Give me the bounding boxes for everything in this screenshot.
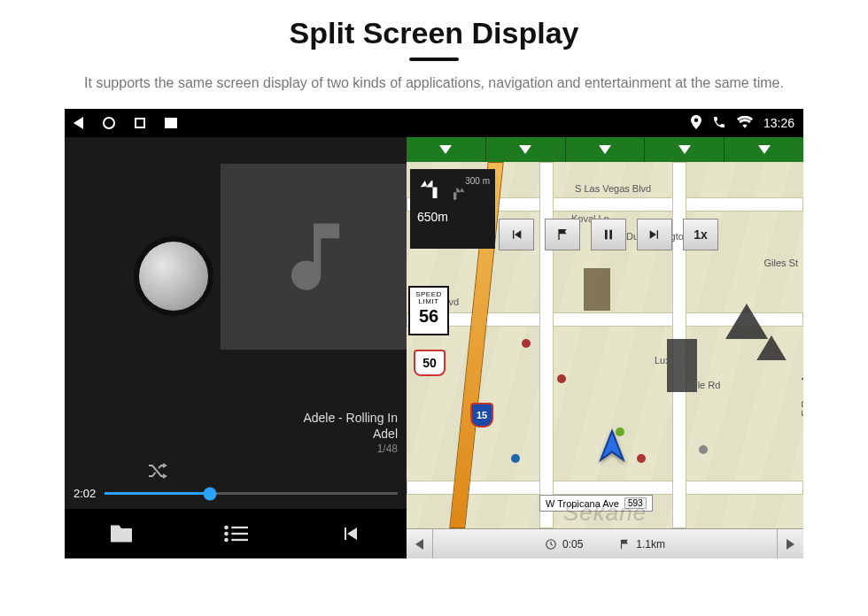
music-note-icon (269, 212, 358, 301)
shuffle-icon[interactable] (144, 460, 169, 481)
turn-left-icon (417, 174, 444, 204)
title-underline (409, 58, 459, 61)
lane-3 (566, 137, 646, 162)
address-chip[interactable]: W Tropicana Ave 593 (539, 495, 653, 512)
prev-icon (338, 523, 361, 544)
interstate-shield-15: 15 (470, 403, 493, 427)
arrow-down-icon (519, 145, 531, 154)
map-pause-button[interactable] (591, 219, 626, 250)
svg-rect-7 (609, 230, 612, 240)
map-flag-button[interactable] (545, 219, 580, 250)
bb-elapsed: 0:05 (562, 538, 583, 551)
svg-rect-3 (231, 533, 248, 535)
folder-button[interactable] (65, 509, 179, 558)
elapsed-time: 2:02 (74, 487, 96, 500)
route-shield-50: 50 (414, 350, 446, 376)
lane-2 (486, 137, 566, 162)
svg-point-0 (224, 526, 229, 530)
map-prev-button[interactable] (499, 219, 534, 250)
street-luxor: Luxor Dr (655, 355, 692, 366)
bb-distance: 1.1km (636, 538, 665, 551)
location-icon (691, 115, 701, 132)
speed-limit-value: 56 (410, 307, 447, 325)
map-bottom-bar: 0:05 1.1km (407, 528, 803, 558)
speed-limit-sign: SPEED LIMIT 56 (408, 286, 449, 335)
turn-distance: 650m (417, 210, 488, 224)
map-pane: S Las Vegas Blvd Koval Ln Duke Ellington… (407, 137, 803, 558)
svg-rect-1 (231, 527, 248, 528)
map-next-button[interactable] (637, 219, 672, 250)
street-number: 593 (624, 497, 647, 509)
track-title: Adele - Rolling In (65, 411, 398, 425)
flag-icon (554, 227, 570, 242)
gallery-icon[interactable] (165, 118, 177, 128)
lane-1 (407, 137, 486, 162)
street-giles: Giles St (763, 258, 798, 268)
pause-icon (601, 227, 616, 242)
track-artist: Adel (65, 427, 398, 441)
svg-point-2 (224, 532, 229, 536)
street-s-las-vegas: S Las Vegas Blvd (575, 183, 651, 194)
album-art (221, 164, 407, 350)
turn-hud: 300 m 650m (410, 169, 495, 249)
chevron-right-icon (787, 539, 794, 550)
lane-4 (645, 137, 725, 162)
lane-5 (725, 137, 803, 162)
flag-icon (618, 538, 631, 551)
page-description: It supports the same screen display of t… (71, 73, 797, 93)
street-reno: E Reno Av (800, 371, 803, 417)
list-icon (223, 524, 248, 543)
prev-track-button[interactable] (292, 509, 407, 558)
arrow-down-icon (678, 145, 691, 154)
bb-prev[interactable] (407, 529, 433, 558)
chevron-left-icon (415, 539, 423, 550)
arrow-down-icon (758, 145, 771, 154)
arrow-down-icon (439, 145, 452, 154)
play-knob[interactable] (139, 242, 208, 311)
recents-icon[interactable] (135, 118, 145, 128)
music-pane: Adele - Rolling In Adel 1/48 2:02 (65, 137, 407, 558)
list-button[interactable] (179, 509, 293, 558)
arrow-down-icon (599, 145, 611, 154)
current-location-arrow (593, 427, 632, 470)
folder-icon (108, 523, 135, 544)
progress-bar[interactable] (105, 492, 398, 495)
map-control-row: 1x (499, 219, 718, 250)
svg-rect-5 (231, 539, 248, 541)
street-stable: Stable Rd (678, 380, 720, 390)
status-time: 13:26 (763, 116, 794, 130)
svg-rect-6 (605, 230, 608, 240)
map-rate-button[interactable]: 1x (683, 219, 718, 250)
wifi-icon (737, 116, 753, 131)
track-index: 1/48 (65, 443, 398, 455)
prev-icon (508, 227, 524, 242)
next-icon (647, 227, 663, 242)
street-tropicana: W Tropicana Ave (546, 498, 619, 509)
clock-icon (545, 538, 557, 551)
page-title: Split Screen Display (0, 0, 868, 50)
status-bar: 13:26 (65, 109, 803, 137)
bb-next[interactable] (778, 529, 803, 558)
turn-right-icon (449, 183, 467, 204)
phone-icon (712, 115, 726, 132)
device-mock: 13:26 Adele - Rolling In Adel 1/48 (65, 109, 803, 558)
turn-next-distance: 300 m (465, 176, 490, 186)
lane-guidance-bar (407, 137, 803, 162)
back-icon[interactable] (74, 117, 83, 129)
speed-label-2: LIMIT (410, 298, 447, 305)
svg-point-4 (224, 538, 229, 543)
home-icon[interactable] (103, 117, 115, 129)
